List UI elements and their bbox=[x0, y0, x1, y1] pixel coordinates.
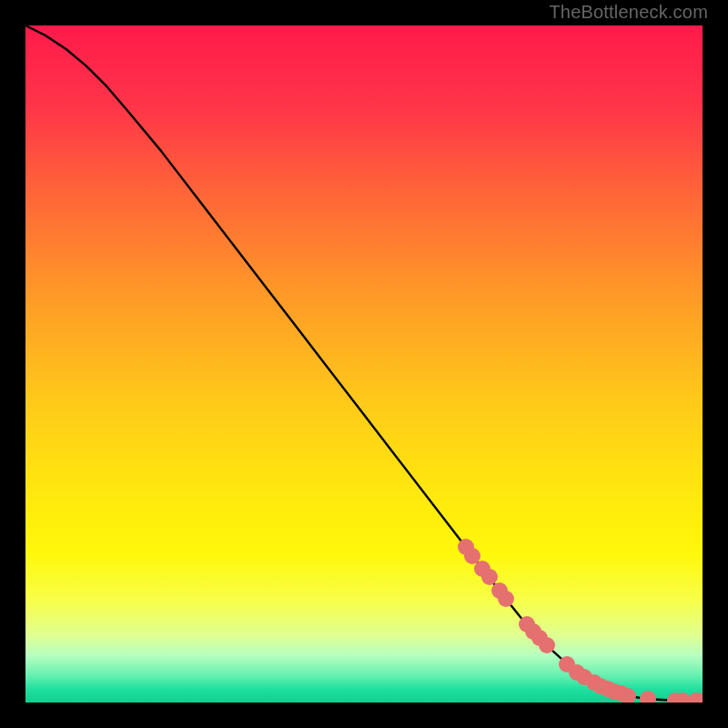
data-marker bbox=[620, 688, 636, 703]
data-marker bbox=[606, 683, 622, 700]
watermark-text: TheBottleneck.com bbox=[549, 2, 708, 23]
data-marker bbox=[481, 569, 498, 585]
curve-path bbox=[25, 25, 703, 701]
data-marker bbox=[667, 693, 683, 703]
plot-area bbox=[25, 25, 703, 703]
data-marker bbox=[586, 674, 602, 691]
data-marker bbox=[674, 693, 691, 703]
data-marker bbox=[600, 681, 616, 697]
data-marker bbox=[519, 616, 535, 632]
data-marker bbox=[525, 623, 541, 640]
data-marker bbox=[569, 664, 585, 681]
data-marker bbox=[613, 685, 630, 702]
data-marker bbox=[458, 539, 474, 555]
curve-line bbox=[25, 25, 703, 703]
data-marker bbox=[498, 591, 514, 607]
data-marker bbox=[688, 693, 703, 703]
data-marker bbox=[491, 582, 508, 599]
data-marker bbox=[592, 678, 609, 694]
data-marker bbox=[531, 630, 548, 646]
data-marker bbox=[539, 637, 555, 653]
data-marker bbox=[694, 693, 703, 703]
data-marker bbox=[559, 656, 575, 672]
data-marker bbox=[464, 548, 480, 564]
data-marker bbox=[474, 561, 490, 577]
data-marker bbox=[640, 691, 656, 703]
chart-frame: TheBottleneck.com bbox=[0, 0, 728, 728]
data-marker bbox=[576, 669, 592, 685]
